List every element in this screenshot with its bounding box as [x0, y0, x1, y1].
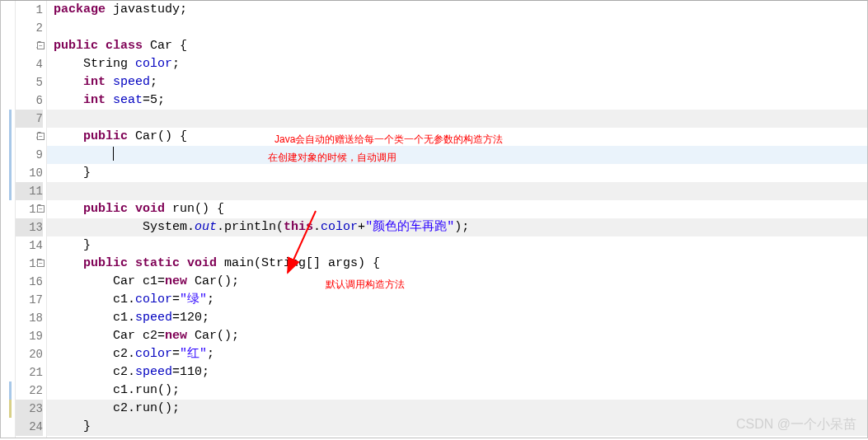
code-line[interactable]: c2.speed=110; — [54, 363, 867, 381]
code-token: =120; — [172, 311, 209, 325]
code-line[interactable]: c1.speed=120; — [54, 309, 867, 327]
fold-minus-icon[interactable]: − — [37, 133, 45, 140]
line-number: 3− — [16, 37, 43, 55]
code-line[interactable]: int seat=5; — [54, 91, 867, 110]
code-token: new — [165, 274, 195, 288]
line-number: 20 — [16, 345, 43, 363]
line-number: 9 — [16, 146, 43, 164]
code-line[interactable] — [47, 110, 867, 128]
marker-cell — [1, 218, 15, 236]
code-token: "绿" — [180, 293, 207, 307]
code-token: public static void — [83, 256, 224, 270]
code-token: seat — [113, 93, 143, 107]
code-token: speed — [113, 75, 150, 89]
code-line[interactable]: public Car() {Java会自动的赠送给每一个类一个无参数的构造方法 — [54, 128, 867, 146]
code-line[interactable] — [54, 19, 867, 37]
code-line[interactable]: package javastudy; — [54, 1, 867, 19]
line-number: 14 — [16, 236, 43, 255]
line-number: 10 — [16, 164, 43, 182]
marker-cell — [1, 19, 15, 37]
code-token: Car(); — [195, 329, 239, 343]
code-token — [54, 147, 113, 161]
marker-bar — [1, 1, 16, 438]
code-token: System. — [54, 220, 195, 234]
code-line[interactable]: c1.color="绿"; — [54, 291, 867, 309]
line-number: 1 — [16, 1, 43, 19]
code-token: ; — [207, 347, 214, 361]
marker-cell — [1, 200, 15, 218]
line-number: 7 — [16, 110, 43, 128]
code-token: javastudy; — [113, 2, 187, 16]
code-line[interactable] — [47, 182, 867, 200]
code-line[interactable]: } — [54, 236, 867, 255]
code-line[interactable]: public class Car { — [54, 37, 867, 55]
code-token: . — [313, 220, 321, 234]
code-token: package — [54, 2, 113, 16]
code-token: =110; — [172, 365, 209, 379]
fold-minus-icon[interactable]: − — [37, 205, 45, 213]
code-line[interactable]: c1.run(); — [54, 381, 867, 400]
marker-cell — [1, 37, 15, 55]
code-token: "颜色的车再跑" — [365, 220, 454, 234]
code-line[interactable]: System.out.println(this.color+"颜色的车再跑"); — [47, 218, 867, 236]
line-number: 15− — [16, 255, 43, 273]
code-token: =5; — [143, 93, 165, 107]
code-token — [54, 93, 83, 107]
code-line[interactable]: Car c1=new Car();默认调用构造方法 — [54, 273, 867, 291]
line-number: 6 — [16, 91, 43, 110]
code-editor[interactable]: 123−45678−9101112−131415−161718192021222… — [1, 1, 867, 438]
code-token: public void — [83, 202, 172, 216]
marker-cell — [1, 73, 15, 91]
code-line[interactable]: c2.color="红"; — [54, 345, 867, 363]
code-line[interactable]: c2.run(); — [47, 400, 867, 418]
line-number: 21 — [16, 363, 43, 381]
code-token: public class — [54, 39, 150, 53]
code-line[interactable]: int speed; — [54, 73, 867, 91]
code-line[interactable]: } — [54, 164, 867, 182]
code-content-area[interactable]: package javastudy;public class Car { Str… — [47, 1, 867, 438]
line-number: 17 — [16, 291, 43, 309]
code-token: Car c2= — [54, 329, 165, 343]
code-line[interactable]: 在创建对象的时候，自动调用 — [47, 146, 867, 164]
marker-cell — [1, 273, 15, 291]
code-token: c1.run(); — [54, 383, 180, 397]
code-token: out — [195, 220, 217, 234]
marker-cell — [1, 55, 15, 73]
code-token: int — [83, 93, 113, 107]
code-token: public — [83, 129, 135, 143]
code-token: speed — [135, 311, 172, 325]
code-token: .println( — [217, 220, 284, 234]
code-token: ); — [454, 220, 469, 234]
marker-cell — [1, 418, 15, 436]
marker-cell — [1, 128, 15, 146]
code-token: } — [54, 419, 91, 433]
code-token: + — [358, 220, 365, 234]
code-token: Car(); — [195, 274, 239, 288]
code-line[interactable]: Car c2=new Car(); — [54, 327, 867, 345]
code-token: Car c1= — [54, 274, 165, 288]
marker-cell — [1, 309, 15, 327]
code-token: } — [54, 238, 91, 252]
code-token — [54, 75, 83, 89]
code-token: this — [284, 220, 313, 234]
code-token: c2.run(); — [54, 401, 180, 415]
code-line[interactable]: String color; — [54, 55, 867, 73]
code-line[interactable]: public static void main(String[] args) { — [54, 255, 867, 273]
fold-minus-icon[interactable]: − — [37, 42, 45, 49]
line-number: 22 — [16, 381, 43, 400]
line-number: 18 — [16, 309, 43, 327]
code-token — [54, 256, 83, 270]
code-token: Car { — [150, 39, 187, 53]
marker-cell — [1, 182, 15, 200]
code-token: Car() { — [135, 129, 187, 143]
marker-cell — [1, 255, 15, 273]
code-token: = — [172, 347, 180, 361]
code-token: = — [172, 293, 180, 307]
marker-cell — [1, 146, 15, 164]
marker-cell — [1, 236, 15, 255]
line-number: 24 — [16, 418, 43, 436]
fold-minus-icon[interactable]: − — [37, 260, 45, 267]
line-number: 13 — [16, 218, 43, 236]
code-token — [54, 184, 83, 198]
code-line[interactable]: public void run() { — [54, 200, 867, 218]
